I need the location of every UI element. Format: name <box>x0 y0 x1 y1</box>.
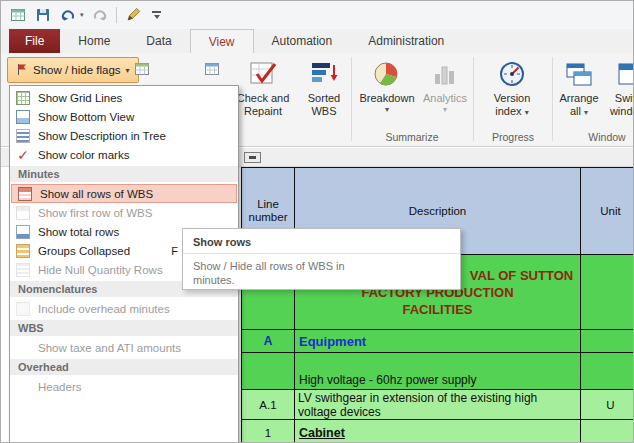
menu-item-label: Groups Collapsed <box>38 245 130 257</box>
cell-line-number[interactable]: A <box>241 330 295 353</box>
check-and-repaint-button[interactable]: Check andRepaint <box>229 56 297 130</box>
sorted-wbs-icon <box>309 58 339 90</box>
menu-item-label: Show Grid Lines <box>38 92 122 104</box>
breakdown-icon <box>372 58 402 90</box>
groups-collapsed-icon <box>16 244 30 258</box>
switch-windows-icon <box>616 58 634 90</box>
menu-item-label: Include overhead minutes <box>38 303 170 315</box>
menu-item-show-first-row-of-wbs: Show first row of WBS <box>10 203 238 222</box>
analytics-icon <box>430 58 460 90</box>
section-title-line: FACILITIES <box>295 301 580 318</box>
cell-unit[interactable] <box>581 420 634 443</box>
cell-unit[interactable] <box>581 330 634 353</box>
application-window: ▾ FileHomeDataViewAutomationAdministrati… <box>0 0 634 443</box>
chevron-down-icon: ▾ <box>525 108 529 117</box>
cell-unit[interactable] <box>581 353 634 390</box>
menu-section-overhead: Overhead <box>10 359 238 375</box>
button-label: index <box>495 105 521 117</box>
table-row: A.1LV swithgear in extension of the exis… <box>241 390 634 420</box>
redo-icon <box>91 6 109 24</box>
chevron-down-icon: ▾ <box>385 106 389 114</box>
menu-item-label: Show taxe and ATI amounts <box>38 342 181 354</box>
button-label: Breakdown <box>359 92 414 104</box>
wbs-table: Line number Description Unit VAL OF SUTT… <box>241 167 634 443</box>
cell-description[interactable]: High voltage - 60hz power supply <box>295 353 581 390</box>
save-icon[interactable] <box>34 6 52 24</box>
flag-icon <box>16 63 28 78</box>
grid-lines-icon <box>16 91 30 105</box>
tab-data[interactable]: Data <box>128 29 189 53</box>
cell-description[interactable]: Cabinet <box>295 420 581 443</box>
cell-unit[interactable]: U <box>581 390 634 420</box>
tab-home[interactable]: Home <box>60 29 128 53</box>
button-label: windows <box>610 105 634 117</box>
chevron-down-icon: ▾ <box>443 106 447 114</box>
menu-item-label: Show Description in Tree <box>38 130 166 142</box>
all-rows-icon <box>18 187 32 201</box>
menu-item-label: Headers <box>38 381 81 393</box>
tab-automation[interactable]: Automation <box>254 29 351 53</box>
button-label: Check and <box>237 92 290 104</box>
button-label: Analytics <box>423 92 467 104</box>
cell-line-number[interactable]: 1 <box>241 420 295 443</box>
cell-line-number[interactable]: A.1 <box>241 390 295 420</box>
sorted-wbs-button[interactable]: SortedWBS <box>299 56 349 130</box>
cell-description[interactable]: LV swithgear in extension of the existin… <box>295 390 581 420</box>
version-index-icon <box>497 58 527 90</box>
analytics-button: Analytics ▾ <box>421 56 469 130</box>
button-label: Switch <box>615 92 634 104</box>
tab-file[interactable]: File <box>9 29 60 53</box>
version-index-button[interactable]: Versionindex ▾ <box>477 56 547 130</box>
small-table-button[interactable] <box>201 58 223 80</box>
toolbar-separator <box>116 7 117 23</box>
tooltip-body: Show / Hide all rows of WBS in minutes. <box>183 254 388 292</box>
button-label: Version <box>494 92 531 104</box>
menu-item-label: Show first row of WBS <box>38 207 152 219</box>
show-hide-flags-button[interactable]: Show / hide flags ▾ <box>7 57 139 83</box>
menu-item-label: Show Bottom View <box>38 111 134 123</box>
menu-item-label: Show color marks <box>38 149 129 161</box>
button-label: WBS <box>311 105 336 117</box>
menu-item-show-grid-lines[interactable]: Show Grid Lines <box>10 88 238 107</box>
menu-section-wbs: WBS <box>10 320 238 336</box>
small-grid-button[interactable] <box>131 58 153 80</box>
check-repaint-icon <box>248 58 278 90</box>
group-label-progress: Progress <box>477 130 549 144</box>
tab-administration[interactable]: Administration <box>350 29 462 53</box>
group-label-summarize: Summarize <box>355 130 469 144</box>
menu-item-label: Show total rows <box>38 226 119 238</box>
cell-unit[interactable] <box>581 255 634 330</box>
minimize-icon <box>249 156 256 159</box>
tab-view[interactable]: View <box>190 29 254 53</box>
menu-item-show-taxe-and-ati-amounts: Show taxe and ATI amounts <box>10 338 238 357</box>
ribbon-tabs: FileHomeDataViewAutomationAdministration <box>1 29 633 53</box>
button-label: Arrange <box>559 92 598 104</box>
menu-item-label: Hide Null Quantity Rows <box>38 264 163 276</box>
cell-description[interactable]: Equipment <box>295 330 581 353</box>
menu-item-show-description-in-tree[interactable]: Show Description in Tree <box>10 126 238 145</box>
first-row-icon <box>16 206 30 220</box>
menu-section-minutes: Minutes <box>10 166 238 182</box>
undo-icon[interactable] <box>59 6 77 24</box>
column-header-unit[interactable]: Unit <box>581 167 634 255</box>
table-icon[interactable] <box>9 6 27 24</box>
pencil-icon[interactable] <box>124 6 142 24</box>
cell-line-number[interactable] <box>241 353 295 390</box>
collapse-handle[interactable] <box>244 152 261 163</box>
arrange-all-button[interactable]: Arrangeall ▾ <box>557 56 601 130</box>
menu-item-show-color-marks[interactable]: Show color marks <box>10 145 238 164</box>
customize-toolbar-icon[interactable] <box>149 6 165 24</box>
chevron-down-icon: ▾ <box>126 66 130 75</box>
table-row: AEquipment <box>241 330 634 353</box>
undo-dropdown-icon[interactable]: ▾ <box>80 11 84 19</box>
breakdown-button[interactable]: Breakdown ▾ <box>355 56 419 130</box>
menu-item-shortcut: F <box>171 245 178 257</box>
menu-item-headers: Headers <box>10 377 238 396</box>
menu-item-show-bottom-view[interactable]: Show Bottom View <box>10 107 238 126</box>
button-label: all <box>570 105 581 117</box>
group-separator <box>351 57 352 141</box>
switch-windows-button[interactable]: Switchwindows <box>603 56 634 130</box>
menu-item-show-all-rows-of-wbs[interactable]: Show all rows of WBS <box>11 184 237 203</box>
check-icon <box>16 148 30 162</box>
overhead-minutes-icon <box>16 302 30 316</box>
